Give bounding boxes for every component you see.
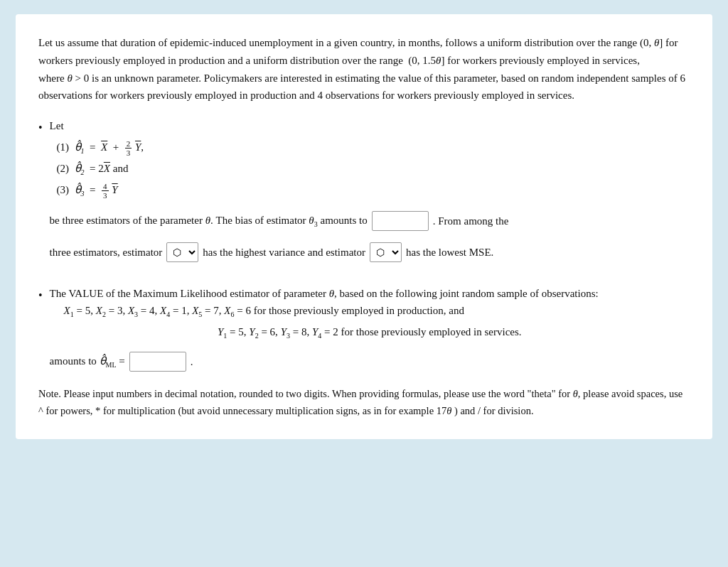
let-label: Let [50, 117, 690, 134]
note-section: Note. Please input numbers in decimal no… [38, 386, 690, 418]
bias-suffix-text: . From among the [433, 212, 509, 230]
theta-hat-1: θ̂1 [75, 141, 87, 153]
theta-symbol-2: θ [436, 55, 441, 66]
mle-input[interactable] [129, 352, 186, 372]
highest-variance-select[interactable]: ⬡ θ̂₁ θ̂₂ θ̂₃ [166, 242, 198, 262]
variance-prefix-text: three estimators, estimator [50, 244, 163, 261]
note-text: Note. Please input numbers in decimal no… [38, 388, 682, 416]
mle-content: The VALUE of the Maximum Likelihood esti… [50, 285, 690, 372]
bullet-dot-2: • [38, 286, 43, 305]
mle-section: • The VALUE of the Maximum Likelihood es… [38, 285, 690, 372]
amounts-line: amounts to θ̂ML = . [50, 352, 690, 372]
y-sample-line: Y1 = 5, Y2 = 6, Y3 = 8, Y4 = 2 for those… [50, 323, 690, 342]
variance-line: three estimators, estimator ⬡ θ̂₁ θ̂₂ θ̂… [50, 242, 690, 262]
y-bar-3: Y [112, 184, 117, 195]
estimator-3-line: (3) θ̂3 = 4 3 Y [57, 181, 690, 200]
estimator-list: (1) θ̂1 = X + 2 3 Y, [57, 139, 690, 200]
amounts-period: . [191, 353, 193, 370]
theta-hat-3: θ̂3 [75, 184, 87, 195]
bullet-section-1: • Let (1) θ̂1 = X + 2 [38, 117, 690, 274]
bias-prefix-text: be three estimators of the parameter θ. … [50, 212, 368, 230]
variance-suffix-text: has the lowest MSE. [406, 244, 493, 261]
y-bar-1: Y [135, 141, 141, 153]
mle-bullet: • The VALUE of the Maximum Likelihood es… [38, 285, 690, 372]
x-bar-2: X [104, 163, 110, 174]
estimator-2-line: (2) θ̂2 = 2X and [57, 160, 690, 178]
intro-paragraph: Let us assume that duration of epidemic-… [38, 34, 690, 104]
bullet-1-content: Let (1) θ̂1 = X + 2 3 [50, 117, 690, 274]
estimator-1-line: (1) θ̂1 = X + 2 3 Y, [57, 139, 690, 157]
theta-hat-2: θ̂2 [75, 163, 87, 174]
amounts-prefix-text: amounts to θ̂ML = [50, 352, 125, 371]
bullet-dot-1: • [38, 119, 43, 137]
fraction-2-3: 2 3 [125, 139, 132, 157]
variance-middle-text: has the highest variance and estimator [203, 244, 365, 261]
x-bar: X [101, 141, 107, 153]
mle-prefix: The VALUE of the Maximum Likelihood esti… [50, 285, 690, 302]
lowest-mse-select[interactable]: ⬡ θ̂₁ θ̂₂ θ̂₃ [370, 242, 402, 262]
x-sample-line: X1 = 5, X2 = 3, X3 = 4, X4 = 1, X5 = 7, … [64, 302, 690, 320]
theta-symbol: θ [654, 37, 659, 48]
fraction-4-3: 4 3 [102, 182, 109, 200]
bias-input[interactable] [372, 211, 429, 231]
bias-line: be three estimators of the parameter θ. … [50, 211, 690, 231]
main-card: Let us assume that duration of epidemic-… [16, 14, 712, 439]
